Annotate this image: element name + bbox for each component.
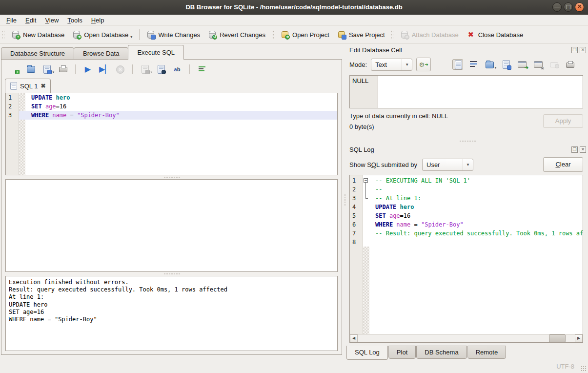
auto-switch-mode-button[interactable]: ⚙➜ [416,58,431,71]
fold-margin [363,185,369,194]
open-database-button[interactable]: ➜Open Database▾ [68,28,136,41]
line-number: 6 [350,220,363,229]
line-number: 1 [350,176,363,185]
toolbar-separator [189,64,190,74]
scrollbar-track[interactable] [358,334,575,342]
menu-tools[interactable]: Tools [63,16,86,25]
export-data-icon[interactable] [501,59,511,70]
open-sql-file-icon[interactable] [26,64,36,74]
sql-log-title: SQL Log [349,146,571,153]
close-icon[interactable]: ✕ [575,2,584,12]
open-project-button[interactable]: ➜Open Project [277,28,333,41]
code-line-2: 2SET age=16 [6,102,337,111]
dock-tab-remote[interactable]: Remote [467,346,507,359]
message-line: UPDATE hero [9,301,334,309]
tab-database-structure[interactable]: Database Structure [1,47,74,60]
fold-collapse-icon[interactable]: − [364,178,368,183]
log-horizontal-scrollbar[interactable]: ◀ ▶ [350,334,583,342]
print-cell-icon[interactable] [565,59,576,70]
execute-current-line-icon[interactable]: ▶▏ [99,64,109,74]
format-sql-icon[interactable] [197,64,207,74]
results-grid [5,179,338,272]
sql-toolbar: +▾▶▶▏✕▾ab [2,60,341,79]
save-results-icon: ▾ [140,64,150,74]
dock-tab-plot[interactable]: Plot [388,346,416,359]
tab-browse-data[interactable]: Browse Data [74,47,128,60]
save-project-button[interactable]: Save Project [333,28,389,41]
cell-value-editor[interactable]: NULL [349,75,583,108]
fold-margin [363,203,369,211]
dock-tabs: SQL LogPlotDB SchemaRemote [346,346,588,360]
write-changes-button[interactable]: Write Changes [142,28,204,41]
revert-changes-button[interactable]: ↺Revert Changes [204,28,269,41]
panel-splitter[interactable] [343,44,346,356]
dock-splitter[interactable] [346,139,588,144]
log-filter-select[interactable]: User ▼ [422,159,473,171]
resize-grip-icon[interactable] [581,366,587,372]
find-text-icon[interactable] [156,64,166,74]
open-database-icon: ➜ [72,30,81,39]
save-sql-file-icon[interactable]: ▾ [42,64,52,74]
scroll-right-icon[interactable]: ▶ [575,334,583,342]
menu-edit[interactable]: Edit [21,16,41,25]
new-sql-tab-icon[interactable]: + [10,64,20,74]
sql-doc-tab[interactable]: SQL 1 ✖ [5,79,51,93]
fold-margin [363,229,369,238]
close-dock-icon[interactable]: ✕ [580,47,586,53]
editor-results-splitter[interactable] [2,175,341,179]
line-number: 2 [6,102,19,111]
toolbar-handle[interactable] [2,29,5,40]
print-sql-icon[interactable] [58,64,68,74]
code-line-2: 2-- [350,185,583,194]
cell-info-row: Type of data currently in cell: NULL 0 b… [346,108,588,139]
results-messages-splitter[interactable] [2,272,341,276]
float-dock-icon[interactable]: ❐ [571,146,578,153]
word-wrap-icon[interactable] [468,59,479,70]
maximize-icon[interactable]: ▢ [564,2,573,12]
left-panel: Database StructureBrowse DataExecute SQL… [0,44,343,356]
close-database-button[interactable]: ✖Close Database [463,28,527,41]
fold-margin [19,93,25,102]
revert-changes-icon: ↺ [208,30,217,39]
close-sql-tab-icon[interactable]: ✖ [41,83,45,89]
code-line-8: 8 [350,238,583,247]
filter-label: Show SQL submitted by [349,161,417,168]
replace-text-icon[interactable]: ab [172,64,182,74]
close-dock-icon[interactable]: ✕ [580,146,586,153]
menu-file[interactable]: File [2,16,21,25]
close-database-icon: ✖ [466,30,475,39]
scrollbar-thumb[interactable] [549,334,566,342]
code-line-3: 3-- At line 1: [350,194,583,203]
write-changes-icon [146,30,155,39]
open-in-external-icon[interactable]: ➜ [517,59,527,70]
new-database-icon: + [11,30,20,39]
dock-tab-sql-log[interactable]: SQL Log [346,346,388,360]
sql-editor[interactable]: 1UPDATE hero2SET age=163WHERE name = "Sp… [5,93,338,175]
new-database-button[interactable]: +New Database [7,28,68,41]
execute-sql-pane: +▾▶▶▏✕▾ab SQL 1 ✖ 1UPDATE hero2SET age=1… [1,59,342,355]
code-line-3: 3WHERE name = "Spider-Boy" [6,111,337,120]
copy-link-icon[interactable]: ∞ [533,59,544,70]
sql-doc-tab-label: SQL 1 [20,83,38,90]
text-mode-icon[interactable] [452,59,463,70]
open-project-icon: ➜ [281,30,289,39]
clear-log-button[interactable]: Clear [543,157,583,172]
menu-help[interactable]: Help [87,16,109,25]
minimize-icon[interactable]: — [552,2,562,12]
import-data-icon[interactable]: ▾ [485,59,495,70]
float-dock-icon[interactable]: ❐ [571,47,578,53]
toolbar-handle[interactable] [271,29,275,40]
sql-log-view[interactable]: 1−-- EXECUTING ALL IN 'SQL 1'2--3-- At l… [349,175,583,343]
tab-execute-sql[interactable]: Execute SQL [128,45,184,60]
code-line-1: 1UPDATE hero [6,93,337,102]
execute-all-icon[interactable]: ▶ [83,64,93,74]
mode-label: Mode: [349,61,367,68]
execution-messages: Execution finished without errors.Result… [5,276,338,351]
message-line: WHERE name = "Spider-Boy" [9,316,334,323]
fold-margin [363,220,369,229]
toolbar-handle[interactable] [391,29,394,40]
dock-tab-db-schema[interactable]: DB Schema [416,346,466,359]
mode-select[interactable]: Text ▼ [371,59,412,71]
scroll-left-icon[interactable]: ◀ [350,334,358,342]
menu-view[interactable]: View [41,16,63,25]
